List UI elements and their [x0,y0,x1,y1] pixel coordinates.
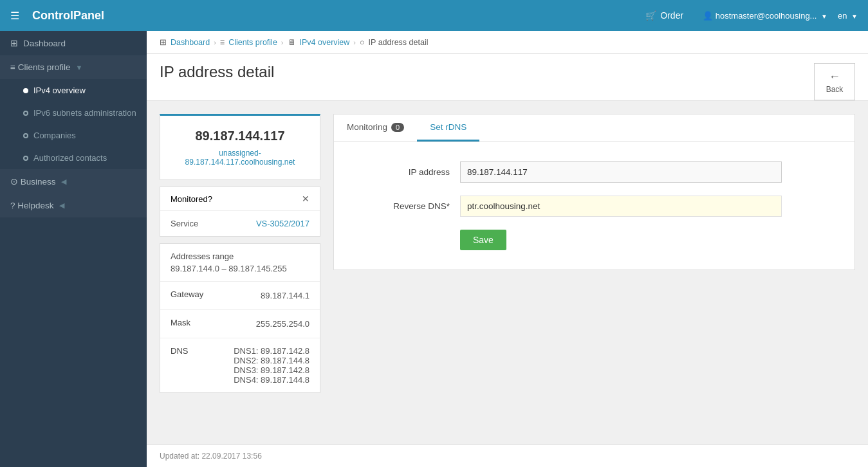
tab-set-rdns[interactable]: Set rDNS [417,114,479,142]
reverse-dns-form-row: Reverse DNS* [360,196,829,217]
gateway-section: Gateway 89.187.144.1 [160,282,320,310]
monitored-label: Monitored? [171,194,212,204]
service-label: Service [171,219,198,228]
nav-order[interactable]: 🛒 Order [645,10,683,21]
gateway-value: 89.187.144.1 [261,291,309,300]
updated-text: Updated at: 22.09.2017 13:56 [160,452,262,461]
user-icon: 👤 [703,11,713,21]
sidebar-sub-item-authorized-contacts[interactable]: Authorized contacts [0,147,147,169]
ip-address-display: 89.187.144.117 [173,129,307,143]
helpdesk-dropdown-arrow: ◀ [59,201,64,210]
breadcrumb-ipv4[interactable]: IPv4 overview [300,38,350,47]
reverse-dns-input[interactable] [460,196,782,217]
breadcrumb-clients-icon: ≡ [220,38,225,47]
mask-label: Mask [171,318,190,327]
left-panel: 89.187.144.117 unassigned-89.187.144.117… [160,114,320,432]
dns-value-1: DNS1: 89.187.142.8 [234,346,309,356]
ip-address-card: 89.187.144.117 unassigned-89.187.144.117… [160,114,320,180]
ipv4-circle-icon [23,88,28,93]
back-button[interactable]: ← Back [814,63,855,100]
breadcrumb-ip-icon: ○ [360,38,365,47]
sidebar: ⊞ Dashboard ≡ Clients profile ▼ IPv4 ove… [0,31,147,467]
companies-circle-icon [23,133,28,138]
tab-content-set-rdns: IP address Reverse DNS* Save [334,142,854,270]
nav-right: 👤 hostmaster@coolhousing... ▼ en ▼ [703,11,858,21]
breadcrumb-dashboard[interactable]: Dashboard [171,38,210,47]
breadcrumb-ip-detail: IP address detail [369,38,429,47]
tab-monitoring[interactable]: Monitoring 0 [334,114,417,142]
tabs-container: Monitoring 0 Set rDNS IP address [333,114,855,270]
ip-address-form-row: IP address [360,161,829,183]
business-dropdown-arrow: ◀ [61,178,66,186]
service-row: Service VS-3052/2017 [160,211,320,236]
back-label: Back [826,85,844,94]
dns-value-4: DNS4: 89.187.144.8 [234,375,309,385]
clients-icon: ≡ [10,62,15,72]
breadcrumb-sep-3: › [353,39,356,46]
user-dropdown-arrow: ▼ [821,13,827,20]
monitored-header: Monitored? ✕ [160,187,320,211]
top-navbar: ☰ ControlPanel 🛒 Order 👤 hostmaster@cool… [0,0,868,31]
ip-address-input[interactable] [460,161,782,183]
sidebar-item-helpdesk[interactable]: ? Helpdesk ◀ [0,194,147,217]
addresses-range-section: Addresses range 89.187.144.0 – 89.187.14… [160,244,320,282]
breadcrumb-sep-1: › [214,39,216,46]
sidebar-sub-item-ipv4[interactable]: IPv4 overview [0,79,147,102]
breadcrumb-ipv4-icon: 🖥 [288,38,296,47]
clients-dropdown-arrow: ▼ [75,64,82,71]
lang-dropdown-arrow: ▼ [851,13,858,20]
content-area: ⊞ Dashboard › ≡ Clients profile › 🖥 IPv4… [147,31,868,467]
main-layout: ⊞ Dashboard ≡ Clients profile ▼ IPv4 ove… [0,31,868,467]
hamburger-icon[interactable]: ☰ [10,10,19,22]
dns-section: DNS DNS1: 89.187.142.8 DNS2: 89.187.144.… [160,338,320,392]
sidebar-item-dashboard[interactable]: ⊞ Dashboard [0,31,147,55]
footer: Updated at: 22.09.2017 13:56 [147,444,868,467]
breadcrumb-dashboard-icon: ⊞ [160,37,167,47]
business-icon: ⊙ [10,177,18,187]
user-email[interactable]: 👤 hostmaster@coolhousing... ▼ [703,11,827,21]
ip-address-form-label: IP address [360,167,450,177]
right-panel: Monitoring 0 Set rDNS IP address [333,114,855,432]
sidebar-item-clients-profile[interactable]: ≡ Clients profile ▼ [0,55,147,79]
page-title: IP address detail [160,63,274,90]
service-value[interactable]: VS-3052/2017 [256,219,309,228]
monitored-card: Monitored? ✕ Service VS-3052/2017 [160,187,320,237]
back-arrow-icon: ← [829,70,840,84]
monitoring-badge: 0 [391,123,404,132]
helpdesk-icon: ? [10,201,15,210]
mask-section: Mask 255.255.254.0 [160,310,320,338]
save-row: Save [360,230,829,250]
dns-label: DNS [171,346,188,356]
reverse-dns-form-label: Reverse DNS* [360,201,450,211]
dashboard-icon: ⊞ [10,38,18,48]
sidebar-item-business[interactable]: ⊙ Business ◀ [0,169,147,194]
addresses-range-label: Addresses range [171,252,309,261]
main-content: 89.187.144.117 unassigned-89.187.144.117… [147,101,868,444]
order-label: Order [660,10,683,21]
page-header: IP address detail ← Back [147,54,868,101]
app-brand: ControlPanel [32,9,104,23]
ip-hostname: unassigned-89.187.144.117.coolhousing.ne… [173,149,307,167]
ipv6-circle-icon [23,111,28,116]
gateway-label: Gateway [171,289,203,299]
breadcrumb-clients[interactable]: Clients profile [228,38,277,47]
contacts-circle-icon [23,156,28,161]
monitored-close-icon[interactable]: ✕ [302,194,309,204]
mask-value: 255.255.254.0 [256,319,309,329]
addresses-card: Addresses range 89.187.144.0 – 89.187.14… [160,243,320,393]
sidebar-sub-item-ipv6[interactable]: IPv6 subnets administration [0,102,147,124]
sidebar-sub-item-companies[interactable]: Companies [0,124,147,147]
breadcrumb: ⊞ Dashboard › ≡ Clients profile › 🖥 IPv4… [147,31,868,54]
tabs-header: Monitoring 0 Set rDNS [334,114,854,142]
addresses-range-value: 89.187.144.0 – 89.187.145.255 [171,264,309,273]
cart-icon: 🛒 [645,10,656,21]
lang-selector[interactable]: en ▼ [838,11,858,21]
monitoring-tab-label: Monitoring [347,122,387,132]
dns-value-3: DNS3: 89.187.142.8 [234,365,309,375]
breadcrumb-sep-2: › [281,39,284,46]
dns-value-2: DNS2: 89.187.144.8 [234,356,309,365]
set-rdns-tab-label: Set rDNS [430,122,466,132]
save-button[interactable]: Save [460,230,506,250]
